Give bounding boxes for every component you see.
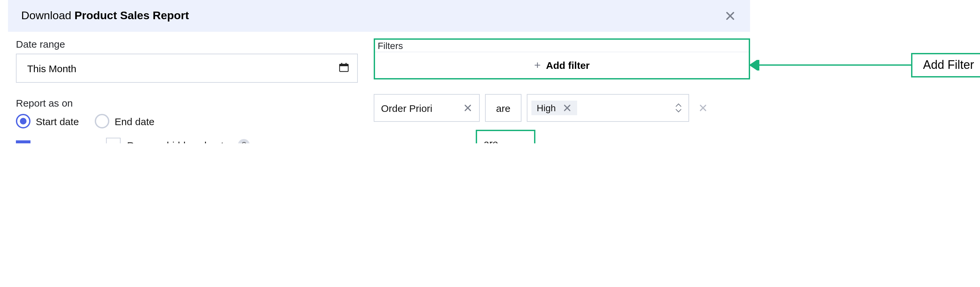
radio-icon [95,114,109,128]
filter-field-value: Order Priori [381,102,432,114]
checkbox-remove-hidden-label: Remove hidden sheets [127,140,229,143]
radio-start-date-label: Start date [36,116,79,127]
dialog-title: Download Product Sales Report [21,9,189,22]
left-column: Date range This Month Report as on Start… [16,38,374,143]
add-filter-button[interactable]: + Add filter [375,52,749,78]
svg-rect-1 [340,64,348,66]
filter-value-chip-label: High [537,103,556,113]
add-filter-label: Add filter [546,60,590,71]
checkbox-icon [106,138,120,143]
calendar-icon [339,62,349,75]
filter-row: Order Priori are High [374,94,750,122]
radio-end-date-label: End date [115,116,154,127]
checkbox-remove-hidden[interactable]: Remove hidden sheets ? [106,138,250,143]
filters-label: Filters [375,40,749,52]
remove-chip-icon[interactable] [563,103,572,113]
filter-field-select[interactable]: Order Priori [374,94,480,122]
filter-value-chip: High [531,101,577,115]
remove-filter-row-icon[interactable] [698,103,708,113]
plus-icon: + [534,59,541,72]
checkbox-report-pdf-label: Report as PDF [37,142,103,143]
date-range-input[interactable]: This Month [16,54,358,83]
dialog-body: Date range This Month Report as on Start… [8,32,750,143]
right-column: Filters + Add filter Order Priori are [374,38,750,143]
dialog-title-bold: Product Sales Report [75,9,189,22]
dialog-title-prefix: Download [21,9,75,22]
radio-start-date[interactable]: Start date [16,114,79,128]
operator-dropdown: are are not in not in [476,130,535,143]
left-options: Report as on Start date End date [16,97,358,143]
operator-option[interactable]: are [484,135,527,143]
filters-section: Filters + Add filter [374,38,750,79]
svg-rect-2 [341,63,342,65]
filter-value-select[interactable]: High [527,94,689,122]
help-icon[interactable]: ? [238,139,250,143]
close-icon[interactable] [724,9,737,22]
date-range-value: This Month [27,63,76,74]
svg-rect-3 [345,63,347,65]
report-as-on-label: Report as on [16,97,358,109]
filter-operator-select[interactable]: are [485,94,522,122]
checkbox-report-pdf[interactable]: Report as PDF [16,140,103,143]
radio-end-date[interactable]: End date [95,114,154,128]
checkbox-icon [16,140,30,143]
date-range-label: Date range [16,38,358,50]
download-report-dialog: Download Product Sales Report Date range… [8,0,750,143]
filter-operator-value: are [496,102,510,114]
radio-icon [16,114,30,128]
stepper-icon [675,103,682,113]
clear-field-icon[interactable] [463,103,473,113]
annotation-add-filter: Add Filter [911,53,980,78]
report-as-on-group: Start date End date [16,114,358,128]
dialog-header: Download Product Sales Report [8,0,750,32]
